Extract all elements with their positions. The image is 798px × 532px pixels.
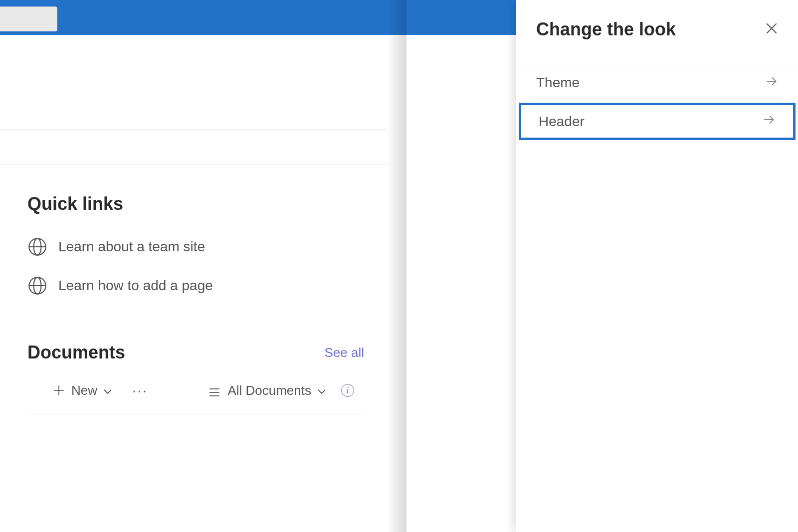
panel-item-label: Theme [536,75,580,91]
view-label: All Documents [227,383,311,398]
info-icon[interactable]: i [341,384,354,397]
see-all-link[interactable]: See all [325,345,365,360]
panel-shadow [387,0,406,532]
panel-item-label: Header [539,114,585,130]
close-icon [765,28,778,36]
change-the-look-panel: Change the look Theme Header [516,0,798,532]
arrow-right-icon [763,113,776,130]
close-button[interactable] [765,22,778,37]
spacer-region [0,35,387,130]
quick-links-title: Quick links [27,193,364,214]
panel-title: Change the look [536,19,676,40]
spacer-region [0,130,387,165]
top-bar-input[interactable] [0,6,57,31]
globe-icon [27,276,47,296]
new-label: New [71,383,97,398]
documents-toolbar: New ··· All D [27,382,364,414]
quick-links-section: Quick links Learn about a team site Lear… [0,165,387,296]
quick-link-learn-team-site[interactable]: Learn about a team site [27,237,364,257]
chevron-down-icon [317,383,326,398]
panel-item-header[interactable]: Header [519,103,796,140]
quick-link-add-page[interactable]: Learn how to add a page [27,276,364,296]
list-icon [208,385,220,395]
quick-link-label: Learn how to add a page [58,278,213,294]
plus-icon [52,384,65,397]
main-content: Quick links Learn about a team site Lear… [0,35,387,532]
chevron-down-icon [103,383,112,398]
view-selector[interactable]: All Documents [208,383,326,398]
arrow-right-icon [765,75,778,91]
quick-link-label: Learn about a team site [58,239,205,255]
documents-section: Documents See all New ··· [0,315,387,414]
documents-title: Documents [27,342,125,363]
panel-item-theme[interactable]: Theme [516,65,798,100]
new-button[interactable]: New [52,383,112,398]
globe-icon [27,237,47,257]
more-actions-button[interactable]: ··· [132,382,148,399]
